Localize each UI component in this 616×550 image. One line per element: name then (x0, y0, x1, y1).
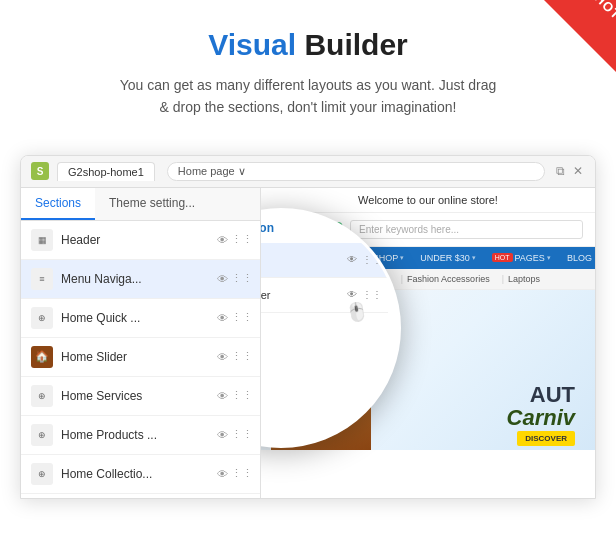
content-area: Sections Theme setting... ▦ Header 👁 ⋮⋮ … (21, 188, 595, 498)
browser-url-bar[interactable]: Home page ∨ (167, 162, 545, 181)
drag-icon-3[interactable]: ⋮⋮ (234, 310, 250, 326)
section-icon-home-quick: ⊕ (31, 307, 53, 329)
section-item-header[interactable]: ▦ Header 👁 ⋮⋮ (21, 221, 260, 260)
hero-title-line1: AUT (507, 384, 575, 406)
shopify-icon: S (31, 162, 49, 180)
section-item-home-slider[interactable]: Home Slider 👁 ⋮⋮ (21, 338, 260, 377)
section-icon-home-services: ⊕ (31, 385, 53, 407)
chevron-icon-4: ▾ (547, 254, 551, 262)
section-controls-2: 👁 ⋮⋮ (214, 271, 250, 287)
nav-item-pages[interactable]: HOT PAGES ▾ (484, 247, 559, 269)
section-item-home-products[interactable]: ⊕ Home Products ... 👁 ⋮⋮ (21, 416, 260, 455)
sub-nav-fashion[interactable]: Fashion Accessories (397, 273, 494, 285)
visibility-icon-2[interactable]: 👁 (214, 271, 230, 287)
browser-bar: S G2shop-home1 Home page ∨ ⧉ ✕ (21, 156, 595, 188)
section-icon-home-slider (31, 346, 53, 368)
section-icon-header: ▦ (31, 229, 53, 251)
drag-icon-6[interactable]: ⋮⋮ (234, 427, 250, 443)
section-item-home-services[interactable]: ⊕ Home Services 👁 ⋮⋮ (21, 377, 260, 416)
section-controls: 👁 ⋮⋮ (214, 232, 250, 248)
section-controls-3: 👁 ⋮⋮ (214, 310, 250, 326)
magnify-label-logo: Logo list (261, 254, 336, 266)
hot-badge-text: HOT (591, 0, 616, 22)
section-label-menu-nav: Menu Naviga... (61, 272, 206, 286)
section-label-header: Header (61, 233, 206, 247)
section-item-menu-nav[interactable]: ≡ Menu Naviga... 👁 ⋮⋮ (21, 260, 260, 299)
section-controls-4: 👁 ⋮⋮ (214, 349, 250, 365)
visibility-icon-7[interactable]: 👁 (214, 466, 230, 482)
sub-nav-laptops[interactable]: Laptops (498, 273, 544, 285)
discover-button[interactable]: DISCOVER (517, 431, 575, 446)
hero-title-line2: Carniv (507, 406, 575, 430)
browser-controls: ⧉ ✕ (553, 164, 585, 178)
hot-small-badge: HOT (492, 253, 513, 262)
magnify-item-logo[interactable]: ▦ Logo list 👁 ⋮⋮ (261, 243, 388, 278)
editor-tabs: Sections Theme setting... (21, 188, 260, 221)
section-label-home-quick: Home Quick ... (61, 311, 206, 325)
chevron-icon-3: ▾ (472, 254, 476, 262)
drag-icon-7[interactable]: ⋮⋮ (234, 466, 250, 482)
tab-sections[interactable]: Sections (21, 188, 95, 220)
section-controls-7: 👁 ⋮⋮ (214, 466, 250, 482)
sections-list: ▦ Header 👁 ⋮⋮ ≡ Menu Naviga... 👁 ⋮⋮ (21, 221, 260, 498)
section-item-home-product2[interactable]: ⊕ Home - Product... 👁 ⋮⋮ (21, 494, 260, 498)
visibility-icon-logo[interactable]: 👁 (344, 252, 360, 268)
page-title: Visual Builder (60, 28, 556, 62)
drag-icon-2[interactable]: ⋮⋮ (234, 271, 250, 287)
visibility-icon-6[interactable]: 👁 (214, 427, 230, 443)
title-highlight: Visual (208, 28, 296, 61)
preview-area: Welcome to our online store! G2SHOP Ente… (261, 188, 595, 498)
magnify-label-slider: Home Slider (261, 289, 336, 301)
drag-icon[interactable]: ⋮⋮ (234, 232, 250, 248)
top-section: HOT Visual Builder You can get as many d… (0, 0, 616, 139)
visibility-icon-5[interactable]: 👁 (214, 388, 230, 404)
drag-icon-5[interactable]: ⋮⋮ (234, 388, 250, 404)
visibility-icon[interactable]: 👁 (214, 232, 230, 248)
nav-item-under30[interactable]: UNDER $30 ▾ (412, 247, 484, 269)
section-label-home-slider: Home Slider (61, 350, 206, 364)
section-item-home-collection[interactable]: ⊕ Home Collectio... 👁 ⋮⋮ (21, 455, 260, 494)
browser-tab[interactable]: G2shop-home1 (57, 162, 155, 181)
section-icon-menu-nav: ≡ (31, 268, 53, 290)
editor-panel: Sections Theme setting... ▦ Header 👁 ⋮⋮ … (21, 188, 261, 498)
tab-theme[interactable]: Theme setting... (95, 188, 209, 220)
chevron-icon-2: ▾ (400, 254, 404, 262)
section-icon-home-collection: ⊕ (31, 463, 53, 485)
visibility-icon-4[interactable]: 👁 (214, 349, 230, 365)
magnify-item-slider[interactable]: 🏠 Home Slider 👁 ⋮⋮ (261, 278, 388, 313)
section-controls-6: 👁 ⋮⋮ (214, 427, 250, 443)
nav-item-blog[interactable]: BLOG (559, 247, 595, 269)
section-icon-home-products: ⊕ (31, 424, 53, 446)
drag-icon-slider[interactable]: ⋮⋮ (364, 287, 380, 303)
cursor-icon: 🖱️ (344, 299, 369, 324)
visibility-icon-3[interactable]: 👁 (214, 310, 230, 326)
subtitle: You can get as many different layouts as… (60, 74, 556, 119)
browser-mockup: S G2shop-home1 Home page ∨ ⧉ ✕ Sections … (20, 155, 596, 499)
section-label-home-products: Home Products ... (61, 428, 206, 442)
drag-icon-4[interactable]: ⋮⋮ (234, 349, 250, 365)
preview-welcome: Welcome to our online store! (261, 188, 595, 213)
section-label-home-collection: Home Collectio... (61, 467, 206, 481)
hero-text: AUT Carniv (507, 384, 575, 430)
section-label-home-services: Home Services (61, 389, 206, 403)
section-controls-5: 👁 ⋮⋮ (214, 388, 250, 404)
minimize-icon[interactable]: ⧉ (553, 164, 567, 178)
search-bar[interactable]: Enter keywords here... (350, 220, 583, 239)
close-icon[interactable]: ✕ (571, 164, 585, 178)
section-item-home-quick[interactable]: ⊕ Home Quick ... 👁 ⋮⋮ (21, 299, 260, 338)
title-rest: Builder (296, 28, 408, 61)
magnify-controls-logo: 👁 ⋮⋮ (344, 252, 380, 268)
